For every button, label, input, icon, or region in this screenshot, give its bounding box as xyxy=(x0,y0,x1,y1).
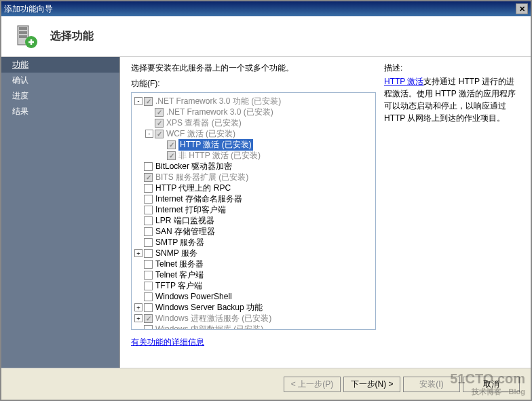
feature-checkbox[interactable] xyxy=(144,206,153,214)
expand-icon[interactable]: + xyxy=(134,303,142,311)
instruction-text: 选择要安装在此服务器上的一个或多个功能。 xyxy=(131,62,376,74)
features-panel: 选择要安装在此服务器上的一个或多个功能。 功能(F): -.NET Framew… xyxy=(131,62,376,362)
page-title: 选择功能 xyxy=(50,29,94,43)
feature-checkbox[interactable] xyxy=(144,216,153,225)
feature-label[interactable]: SMTP 服务器 xyxy=(155,237,204,248)
tree-row: XPS 查看器 (已安装) xyxy=(133,117,374,128)
feature-label[interactable]: SNMP 服务 xyxy=(155,248,197,259)
feature-checkbox[interactable] xyxy=(144,184,153,193)
tree-row: Windows PowerShell xyxy=(133,291,374,302)
feature-checkbox[interactable] xyxy=(144,282,153,290)
feature-checkbox xyxy=(144,314,153,323)
close-button[interactable]: ✕ xyxy=(516,3,528,14)
feature-checkbox[interactable] xyxy=(144,249,153,258)
feature-label[interactable]: Windows 进程激活服务 (已安装) xyxy=(155,313,271,324)
feature-label[interactable]: LPR 端口监视器 xyxy=(155,215,214,227)
tree-row: Telnet 客户端 xyxy=(133,269,374,280)
tree-row: HTTP 代理上的 RPC xyxy=(133,183,374,193)
sidebar-item-0[interactable]: 功能 xyxy=(1,57,119,73)
feature-checkbox xyxy=(155,130,164,138)
feature-label[interactable]: BitLocker 驱动器加密 xyxy=(155,161,232,172)
tree-row: +SNMP 服务 xyxy=(133,248,374,259)
cancel-button[interactable]: 取消 xyxy=(463,377,520,392)
tree-row: BITS 服务器扩展 (已安装) xyxy=(133,172,374,183)
sidebar: 功能确认进度结果 xyxy=(1,57,120,368)
tree-row: Telnet 服务器 xyxy=(133,259,374,269)
feature-checkbox[interactable] xyxy=(144,303,153,312)
feature-checkbox xyxy=(167,140,176,149)
feature-label[interactable]: BITS 服务器扩展 (已安装) xyxy=(155,172,248,183)
tree-row: +Windows 进程激活服务 (已安装) xyxy=(133,313,374,324)
expand-icon[interactable]: + xyxy=(134,314,142,322)
description-link[interactable]: HTTP 激活 xyxy=(384,77,423,86)
feature-label[interactable]: Windows 内部数据库 (已安装) xyxy=(155,324,263,330)
tree-row: SAN 存储管理器 xyxy=(133,226,374,237)
tree-row: TFTP 客户端 xyxy=(133,280,374,291)
feature-checkbox[interactable] xyxy=(144,271,153,280)
feature-label[interactable]: SAN 存储管理器 xyxy=(155,226,215,237)
tree-row: -WCF 激活 (已安装) xyxy=(133,128,374,139)
description-panel: 描述: HTTP 激活支持通过 HTTP 进行的进程激活。使用 HTTP 激活的… xyxy=(384,62,520,362)
feature-label[interactable]: 非 HTTP 激活 (已安装) xyxy=(178,150,261,161)
tree-row: LPR 端口监视器 xyxy=(133,215,374,226)
window-title: 添加功能向导 xyxy=(4,3,53,15)
feature-label[interactable]: Telnet 客户端 xyxy=(155,269,204,281)
tree-row: Internet 存储命名服务器 xyxy=(133,193,374,204)
feature-checkbox[interactable] xyxy=(144,260,153,269)
wizard-header: 选择功能 xyxy=(1,16,531,57)
feature-label[interactable]: Windows PowerShell xyxy=(155,292,232,301)
feature-checkbox xyxy=(144,97,153,106)
feature-checkbox[interactable] xyxy=(144,162,153,171)
feature-checkbox[interactable] xyxy=(144,227,153,236)
expand-icon[interactable]: + xyxy=(134,249,142,257)
main-panel: 选择要安装在此服务器上的一个或多个功能。 功能(F): -.NET Framew… xyxy=(120,57,531,368)
feature-label[interactable]: HTTP 代理上的 RPC xyxy=(155,183,231,194)
feature-label[interactable]: Internet 打印客户端 xyxy=(155,204,226,216)
titlebar: 添加功能向导 ✕ xyxy=(1,1,531,16)
collapse-icon[interactable]: - xyxy=(134,97,142,105)
tree-row: -.NET Framework 3.0 功能 (已安装) xyxy=(133,96,374,107)
feature-label[interactable]: .NET Framework 3.0 功能 (已安装) xyxy=(155,96,281,107)
next-button[interactable]: 下一步(N) > xyxy=(343,377,400,392)
feature-checkbox xyxy=(155,119,164,128)
feature-label[interactable]: XPS 查看器 (已安装) xyxy=(166,117,242,129)
feature-label[interactable]: Internet 存储命名服务器 xyxy=(155,193,242,205)
feature-label[interactable]: Telnet 服务器 xyxy=(155,259,204,270)
wizard-window: 添加功能向导 ✕ 选择功能 功能确认进度结果 选择要安装在此服务器上的一个或多个… xyxy=(0,0,532,401)
tree-row: 非 HTTP 激活 (已安装) xyxy=(133,150,374,161)
feature-checkbox[interactable] xyxy=(144,325,153,330)
tree-row: HTTP 激活 (已安装) xyxy=(133,139,374,150)
svg-rect-3 xyxy=(19,35,27,38)
feature-label[interactable]: WCF 激活 (已安装) xyxy=(166,128,235,140)
feature-checkbox xyxy=(144,173,153,182)
tree-row: SMTP 服务器 xyxy=(133,237,374,248)
tree-row: .NET Framework 3.0 (已安装) xyxy=(133,107,374,117)
features-tree[interactable]: -.NET Framework 3.0 功能 (已安装).NET Framewo… xyxy=(131,92,376,330)
prev-button[interactable]: < 上一步(P) xyxy=(284,377,341,392)
sidebar-item-3[interactable]: 结果 xyxy=(1,104,119,119)
footer: < 上一步(P) 下一步(N) > 安装(I) 取消 51CTO.com 技术博… xyxy=(1,368,531,400)
feature-checkbox[interactable] xyxy=(144,292,153,301)
svg-rect-2 xyxy=(19,31,27,34)
tree-row: BitLocker 驱动器加密 xyxy=(133,161,374,172)
svg-rect-1 xyxy=(19,27,27,30)
feature-label[interactable]: HTTP 激活 (已安装) xyxy=(178,139,253,151)
tree-row: Windows 内部数据库 (已安装) xyxy=(133,324,374,330)
feature-checkbox[interactable] xyxy=(144,195,153,204)
tree-row: +Windows Server Backup 功能 xyxy=(133,302,374,313)
description-text: HTTP 激活支持通过 HTTP 进行的进程激活。使用 HTTP 激活的应用程序… xyxy=(384,75,520,124)
tree-row: Internet 打印客户端 xyxy=(133,204,374,215)
feature-label[interactable]: Windows Server Backup 功能 xyxy=(155,302,263,313)
install-button[interactable]: 安装(I) xyxy=(403,377,460,392)
feature-label[interactable]: .NET Framework 3.0 (已安装) xyxy=(166,107,273,118)
features-label: 功能(F): xyxy=(131,78,376,90)
content-area: 功能确认进度结果 选择要安装在此服务器上的一个或多个功能。 功能(F): -.N… xyxy=(1,57,531,368)
description-title: 描述: xyxy=(384,62,520,74)
feature-label[interactable]: TFTP 客户端 xyxy=(155,280,202,292)
collapse-icon[interactable]: - xyxy=(145,130,153,138)
sidebar-item-2[interactable]: 进度 xyxy=(1,88,119,104)
server-icon xyxy=(12,23,39,50)
feature-checkbox[interactable] xyxy=(144,238,153,247)
more-info-link[interactable]: 有关功能的详细信息 xyxy=(131,337,376,348)
sidebar-item-1[interactable]: 确认 xyxy=(1,73,119,88)
